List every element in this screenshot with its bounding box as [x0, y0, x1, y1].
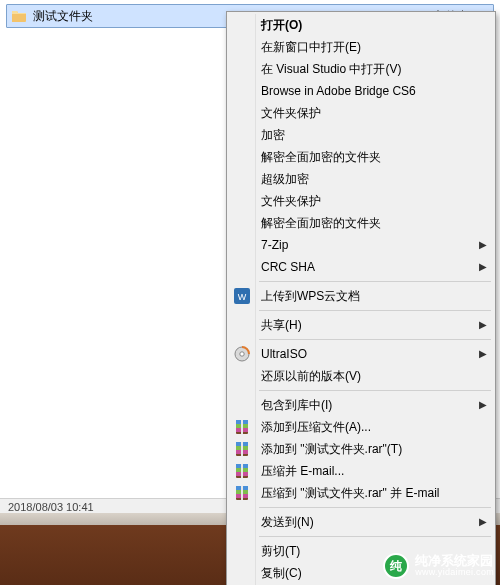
menu-item-label: 在新窗口中打开(E) — [261, 39, 361, 56]
menu-item-rar-name-email[interactable]: 压缩到 "测试文件夹.rar" 并 E-mail — [229, 482, 493, 504]
svg-rect-8 — [241, 420, 243, 434]
menu-item-label: 打开(O) — [261, 17, 302, 34]
menu-item-seven-zip[interactable]: 7-Zip▶ — [229, 234, 493, 256]
rar-icon — [234, 419, 250, 435]
menu-item-open-new-window[interactable]: 在新窗口中打开(E) — [229, 36, 493, 58]
file-name: 测试文件夹 — [33, 8, 93, 25]
submenu-arrow-icon: ▶ — [479, 516, 487, 527]
menu-item-label: 共享(H) — [261, 317, 302, 334]
menu-item-label: CRC SHA — [261, 260, 315, 274]
context-menu-separator — [259, 339, 491, 340]
menu-item-label: 在 Visual Studio 中打开(V) — [261, 61, 402, 78]
menu-item-browse-bridge[interactable]: Browse in Adobe Bridge CS6 — [229, 80, 493, 102]
watermark: 纯 纯净系统家园 www.yidaimei.com — [383, 553, 494, 579]
menu-item-label: 压缩到 "测试文件夹.rar" 并 E-mail — [261, 485, 440, 502]
submenu-arrow-icon: ▶ — [479, 261, 487, 272]
menu-item-label: 超级加密 — [261, 171, 309, 188]
submenu-arrow-icon: ▶ — [479, 348, 487, 359]
submenu-arrow-icon: ▶ — [479, 399, 487, 410]
menu-item-label: 7-Zip — [261, 238, 288, 252]
svg-rect-13 — [241, 442, 243, 456]
svg-text:W: W — [238, 292, 247, 302]
folder-icon — [11, 8, 27, 24]
menu-item-rar-add-name[interactable]: 添加到 "测试文件夹.rar"(T) — [229, 438, 493, 460]
context-menu-separator — [259, 507, 491, 508]
menu-item-label: 添加到 "测试文件夹.rar"(T) — [261, 441, 402, 458]
menu-item-label: 添加到压缩文件(A)... — [261, 419, 371, 436]
menu-item-rar-email[interactable]: 压缩并 E-mail... — [229, 460, 493, 482]
rar-icon — [234, 485, 250, 501]
menu-item-label: 解密全面加密的文件夹 — [261, 149, 381, 166]
menu-item-label: UltraISO — [261, 347, 307, 361]
status-date: 2018/08/03 10:41 — [8, 501, 94, 513]
watermark-title: 纯净系统家园 — [415, 554, 494, 568]
menu-item-share[interactable]: 共享(H)▶ — [229, 314, 493, 336]
watermark-url: www.yidaimei.com — [415, 568, 494, 577]
menu-item-label: 解密全面加密的文件夹 — [261, 215, 381, 232]
menu-item-restore-prev[interactable]: 还原以前的版本(V) — [229, 365, 493, 387]
context-menu-separator — [259, 390, 491, 391]
menu-item-folder-protect-2[interactable]: 文件夹保护 — [229, 190, 493, 212]
menu-item-decrypt-all-2[interactable]: 解密全面加密的文件夹 — [229, 212, 493, 234]
menu-item-ultraiso[interactable]: UltraISO▶ — [229, 343, 493, 365]
submenu-arrow-icon: ▶ — [479, 239, 487, 250]
menu-item-label: 压缩并 E-mail... — [261, 463, 344, 480]
svg-rect-23 — [241, 486, 243, 500]
menu-item-rar-add[interactable]: 添加到压缩文件(A)... — [229, 416, 493, 438]
menu-item-label: 发送到(N) — [261, 514, 314, 531]
context-menu-separator — [259, 536, 491, 537]
menu-item-open[interactable]: 打开(O) — [229, 14, 493, 36]
rar-icon — [234, 463, 250, 479]
menu-item-decrypt-all-1[interactable]: 解密全面加密的文件夹 — [229, 146, 493, 168]
menu-item-label: Browse in Adobe Bridge CS6 — [261, 84, 416, 98]
submenu-arrow-icon: ▶ — [479, 319, 487, 330]
svg-rect-18 — [241, 464, 243, 478]
menu-item-include-lib[interactable]: 包含到库中(I)▶ — [229, 394, 493, 416]
menu-item-label: 复制(C) — [261, 565, 302, 582]
menu-item-label: 还原以前的版本(V) — [261, 368, 361, 385]
menu-item-open-vs[interactable]: 在 Visual Studio 中打开(V) — [229, 58, 493, 80]
menu-item-label: 剪切(T) — [261, 543, 300, 560]
menu-item-label: 上传到WPS云文档 — [261, 288, 360, 305]
menu-item-label: 加密 — [261, 127, 285, 144]
menu-item-label: 文件夹保护 — [261, 105, 321, 122]
menu-item-send-to[interactable]: 发送到(N)▶ — [229, 511, 493, 533]
context-menu: 打开(O)在新窗口中打开(E)在 Visual Studio 中打开(V)Bro… — [226, 11, 496, 585]
watermark-text: 纯净系统家园 www.yidaimei.com — [415, 554, 494, 577]
ultraiso-icon — [234, 346, 250, 362]
context-menu-separator — [259, 281, 491, 282]
context-menu-separator — [259, 310, 491, 311]
wps-icon: W — [234, 288, 250, 304]
watermark-badge-icon: 纯 — [383, 553, 409, 579]
menu-item-label: 包含到库中(I) — [261, 397, 332, 414]
menu-item-encrypt[interactable]: 加密 — [229, 124, 493, 146]
menu-item-upload-wps[interactable]: W上传到WPS云文档 — [229, 285, 493, 307]
menu-item-label: 文件夹保护 — [261, 193, 321, 210]
rar-icon — [234, 441, 250, 457]
menu-item-crc-sha[interactable]: CRC SHA▶ — [229, 256, 493, 278]
svg-point-3 — [240, 352, 244, 356]
menu-item-folder-protect-1[interactable]: 文件夹保护 — [229, 102, 493, 124]
menu-item-super-encrypt[interactable]: 超级加密 — [229, 168, 493, 190]
